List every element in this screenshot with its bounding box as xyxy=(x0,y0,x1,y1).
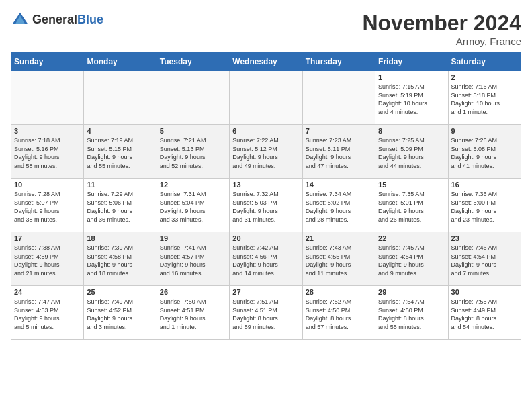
day-cell: 15Sunrise: 7:35 AM Sunset: 5:01 PM Dayli… xyxy=(375,179,448,232)
day-number: 29 xyxy=(378,288,445,296)
day-info: Sunrise: 7:19 AM Sunset: 5:15 PM Dayligh… xyxy=(87,136,153,170)
day-info: Sunrise: 7:39 AM Sunset: 4:58 PM Dayligh… xyxy=(87,244,153,277)
day-number: 2 xyxy=(451,73,518,81)
day-number: 20 xyxy=(232,234,299,242)
month-title: November 2024 xyxy=(362,11,521,36)
header-saturday: Saturday xyxy=(448,53,521,71)
day-info: Sunrise: 7:46 AM Sunset: 4:54 PM Dayligh… xyxy=(451,244,518,277)
day-cell: 27Sunrise: 7:51 AM Sunset: 4:51 PM Dayli… xyxy=(230,286,302,340)
day-cell: 16Sunrise: 7:36 AM Sunset: 5:00 PM Dayli… xyxy=(448,179,521,232)
day-number: 8 xyxy=(378,127,445,135)
day-cell: 3Sunrise: 7:18 AM Sunset: 5:16 PM Daylig… xyxy=(11,125,84,179)
day-info: Sunrise: 7:54 AM Sunset: 4:50 PM Dayligh… xyxy=(378,298,445,331)
day-number: 18 xyxy=(87,234,153,242)
day-info: Sunrise: 7:51 AM Sunset: 4:51 PM Dayligh… xyxy=(232,298,299,331)
day-info: Sunrise: 7:22 AM Sunset: 5:12 PM Dayligh… xyxy=(232,136,299,170)
logo-general: GeneralBlue xyxy=(32,13,103,27)
day-number: 30 xyxy=(451,288,518,296)
day-cell: 26Sunrise: 7:50 AM Sunset: 4:51 PM Dayli… xyxy=(157,286,229,340)
day-info: Sunrise: 7:28 AM Sunset: 5:07 PM Dayligh… xyxy=(14,190,81,224)
day-cell: 1Sunrise: 7:15 AM Sunset: 5:19 PM Daylig… xyxy=(375,71,448,125)
day-number: 10 xyxy=(14,181,81,189)
day-info: Sunrise: 7:34 AM Sunset: 5:02 PM Dayligh… xyxy=(306,190,372,224)
day-info: Sunrise: 7:41 AM Sunset: 4:57 PM Dayligh… xyxy=(160,244,226,277)
day-info: Sunrise: 7:36 AM Sunset: 5:00 PM Dayligh… xyxy=(451,190,518,224)
header-wednesday: Wednesday xyxy=(230,53,302,71)
day-number: 24 xyxy=(14,288,81,296)
calendar-header-row: SundayMondayTuesdayWednesdayThursdayFrid… xyxy=(11,53,521,71)
day-number: 6 xyxy=(232,127,299,135)
day-cell: 10Sunrise: 7:28 AM Sunset: 5:07 PM Dayli… xyxy=(11,179,84,232)
day-info: Sunrise: 7:16 AM Sunset: 5:18 PM Dayligh… xyxy=(451,83,518,116)
day-info: Sunrise: 7:38 AM Sunset: 4:59 PM Dayligh… xyxy=(14,244,81,277)
day-cell: 13Sunrise: 7:32 AM Sunset: 5:03 PM Dayli… xyxy=(230,179,302,232)
day-number: 12 xyxy=(160,181,226,189)
day-info: Sunrise: 7:35 AM Sunset: 5:01 PM Dayligh… xyxy=(378,190,445,224)
header-monday: Monday xyxy=(84,53,157,71)
title-area: November 2024 Armoy, France xyxy=(362,11,521,47)
day-cell: 11Sunrise: 7:29 AM Sunset: 5:06 PM Dayli… xyxy=(84,179,157,232)
day-number: 15 xyxy=(378,181,445,189)
day-cell xyxy=(157,71,229,125)
day-cell: 18Sunrise: 7:39 AM Sunset: 4:58 PM Dayli… xyxy=(84,232,157,286)
day-cell: 25Sunrise: 7:49 AM Sunset: 4:52 PM Dayli… xyxy=(84,286,157,340)
header: GeneralBlue November 2024 Armoy, France xyxy=(11,11,521,47)
day-cell: 4Sunrise: 7:19 AM Sunset: 5:15 PM Daylig… xyxy=(84,125,157,179)
day-cell: 19Sunrise: 7:41 AM Sunset: 4:57 PM Dayli… xyxy=(157,232,229,286)
day-info: Sunrise: 7:49 AM Sunset: 4:52 PM Dayligh… xyxy=(87,298,153,331)
day-number: 17 xyxy=(14,234,81,242)
day-info: Sunrise: 7:55 AM Sunset: 4:49 PM Dayligh… xyxy=(451,298,518,331)
calendar-table: SundayMondayTuesdayWednesdayThursdayFrid… xyxy=(11,52,521,340)
day-number: 25 xyxy=(87,288,153,296)
day-cell: 8Sunrise: 7:25 AM Sunset: 5:09 PM Daylig… xyxy=(375,125,448,179)
day-info: Sunrise: 7:45 AM Sunset: 4:54 PM Dayligh… xyxy=(378,244,445,277)
day-info: Sunrise: 7:32 AM Sunset: 5:03 PM Dayligh… xyxy=(232,190,299,224)
day-number: 28 xyxy=(306,288,372,296)
week-row-4: 17Sunrise: 7:38 AM Sunset: 4:59 PM Dayli… xyxy=(11,232,521,286)
day-number: 27 xyxy=(232,288,299,296)
day-cell: 24Sunrise: 7:47 AM Sunset: 4:53 PM Dayli… xyxy=(11,286,84,340)
day-info: Sunrise: 7:52 AM Sunset: 4:50 PM Dayligh… xyxy=(306,298,372,331)
day-cell: 7Sunrise: 7:23 AM Sunset: 5:11 PM Daylig… xyxy=(302,125,375,179)
day-number: 26 xyxy=(160,288,226,296)
day-cell: 5Sunrise: 7:21 AM Sunset: 5:13 PM Daylig… xyxy=(157,125,229,179)
day-number: 16 xyxy=(451,181,518,189)
day-cell: 17Sunrise: 7:38 AM Sunset: 4:59 PM Dayli… xyxy=(11,232,84,286)
day-info: Sunrise: 7:31 AM Sunset: 5:04 PM Dayligh… xyxy=(160,190,226,224)
day-cell xyxy=(84,71,157,125)
day-info: Sunrise: 7:43 AM Sunset: 4:55 PM Dayligh… xyxy=(306,244,372,277)
day-number: 11 xyxy=(87,181,153,189)
week-row-3: 10Sunrise: 7:28 AM Sunset: 5:07 PM Dayli… xyxy=(11,179,521,232)
day-number: 7 xyxy=(306,127,372,135)
header-tuesday: Tuesday xyxy=(157,53,229,71)
day-cell: 28Sunrise: 7:52 AM Sunset: 4:50 PM Dayli… xyxy=(302,286,375,340)
day-cell: 29Sunrise: 7:54 AM Sunset: 4:50 PM Dayli… xyxy=(375,286,448,340)
day-cell xyxy=(11,71,84,125)
header-sunday: Sunday xyxy=(11,53,84,71)
day-cell: 23Sunrise: 7:46 AM Sunset: 4:54 PM Dayli… xyxy=(448,232,521,286)
header-thursday: Thursday xyxy=(302,53,375,71)
day-cell xyxy=(302,71,375,125)
day-info: Sunrise: 7:15 AM Sunset: 5:19 PM Dayligh… xyxy=(378,83,445,116)
day-number: 3 xyxy=(14,127,81,135)
day-cell: 30Sunrise: 7:55 AM Sunset: 4:49 PM Dayli… xyxy=(448,286,521,340)
day-cell: 22Sunrise: 7:45 AM Sunset: 4:54 PM Dayli… xyxy=(375,232,448,286)
day-number: 21 xyxy=(306,234,372,242)
day-cell: 20Sunrise: 7:42 AM Sunset: 4:56 PM Dayli… xyxy=(230,232,302,286)
day-cell: 12Sunrise: 7:31 AM Sunset: 5:04 PM Dayli… xyxy=(157,179,229,232)
day-number: 9 xyxy=(451,127,518,135)
day-number: 4 xyxy=(87,127,153,135)
day-info: Sunrise: 7:23 AM Sunset: 5:11 PM Dayligh… xyxy=(306,136,372,170)
day-cell xyxy=(230,71,302,125)
day-number: 1 xyxy=(378,73,445,81)
header-friday: Friday xyxy=(375,53,448,71)
location-title: Armoy, France xyxy=(362,36,521,47)
day-cell: 6Sunrise: 7:22 AM Sunset: 5:12 PM Daylig… xyxy=(230,125,302,179)
day-number: 5 xyxy=(160,127,226,135)
day-info: Sunrise: 7:26 AM Sunset: 5:08 PM Dayligh… xyxy=(451,136,518,170)
day-number: 13 xyxy=(232,181,299,189)
week-row-1: 1Sunrise: 7:15 AM Sunset: 5:19 PM Daylig… xyxy=(11,71,521,125)
week-row-2: 3Sunrise: 7:18 AM Sunset: 5:16 PM Daylig… xyxy=(11,125,521,179)
day-number: 19 xyxy=(160,234,226,242)
day-info: Sunrise: 7:47 AM Sunset: 4:53 PM Dayligh… xyxy=(14,298,81,331)
